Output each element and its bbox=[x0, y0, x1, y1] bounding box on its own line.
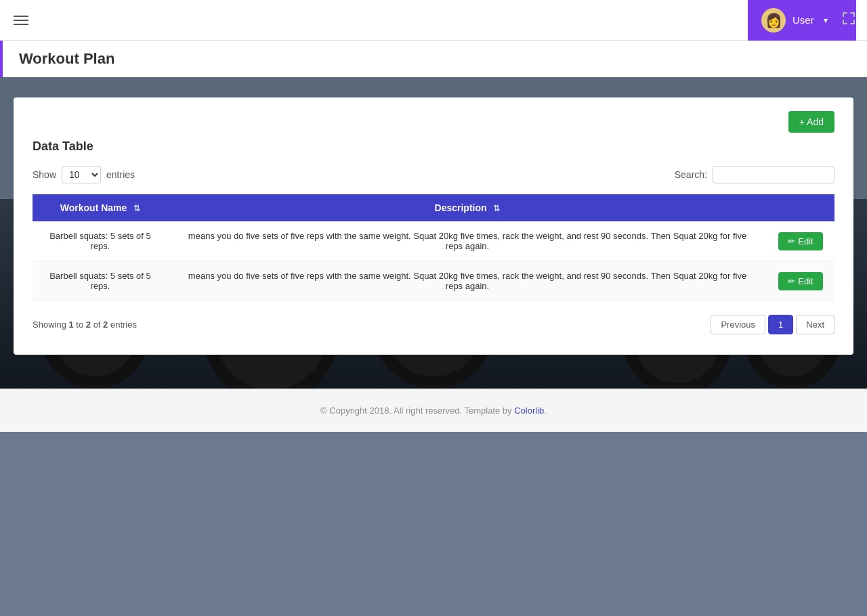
showing-from: 1 bbox=[68, 320, 73, 330]
add-button[interactable]: + Add bbox=[788, 111, 834, 133]
expand-icon[interactable] bbox=[841, 11, 856, 28]
show-entries: Show 10 25 50 100 entries bbox=[33, 166, 135, 183]
showing-suffix: entries bbox=[108, 320, 137, 330]
hamburger-menu-icon[interactable] bbox=[11, 13, 31, 28]
card-header: + Add bbox=[33, 111, 834, 133]
showing-connector-1: to bbox=[74, 320, 86, 330]
search-row: Search: bbox=[675, 166, 834, 183]
page-title: Workout Plan bbox=[19, 50, 114, 68]
card-title: Data Table bbox=[33, 139, 834, 154]
footer-dot: . bbox=[544, 405, 547, 416]
navbar-left bbox=[11, 13, 31, 28]
previous-button[interactable]: Previous bbox=[711, 315, 765, 334]
pagination-row: Showing 1 to 2 of 2 entries Previous 1 N… bbox=[33, 315, 834, 334]
show-label: Show bbox=[33, 169, 56, 180]
footer-colorlib-link[interactable]: Colorlib bbox=[514, 405, 544, 416]
table-row: Barbell squats: 5 sets of 5 reps. means … bbox=[33, 221, 834, 261]
page-1-button[interactable]: 1 bbox=[768, 315, 793, 334]
cell-description-1: means you do five sets of five reps with… bbox=[168, 261, 767, 301]
user-menu[interactable]: 👩 User ▾ bbox=[748, 0, 856, 41]
entries-select[interactable]: 10 25 50 100 bbox=[62, 166, 101, 183]
column-desc-label: Description bbox=[435, 202, 487, 213]
data-table: Workout Name ⇅ Description ⇅ Barbell squ… bbox=[33, 194, 834, 301]
footer-copyright: © Copyright 2018. All right reserved. Te… bbox=[320, 405, 514, 416]
showing-connector-2: of bbox=[91, 320, 103, 330]
cell-action-1: ✏ Edit bbox=[767, 261, 834, 301]
column-header-description[interactable]: Description ⇅ bbox=[168, 194, 767, 221]
navbar: 👩 User ▾ bbox=[0, 0, 867, 41]
cell-name-1: Barbell squats: 5 sets of 5 reps. bbox=[33, 261, 168, 301]
table-row: Barbell squats: 5 sets of 5 reps. means … bbox=[33, 261, 834, 301]
edit-icon-1: ✏ bbox=[788, 276, 795, 286]
cell-name-0: Barbell squats: 5 sets of 5 reps. bbox=[33, 221, 168, 261]
cell-action-0: ✏ Edit bbox=[767, 221, 834, 261]
page-title-bar: Workout Plan bbox=[0, 41, 867, 77]
column-name-label: Workout Name bbox=[60, 202, 127, 213]
showing-prefix: Showing bbox=[33, 320, 68, 330]
pagination-buttons: Previous 1 Next bbox=[711, 315, 834, 334]
search-input[interactable] bbox=[713, 166, 834, 183]
edit-button-0[interactable]: ✏ Edit bbox=[778, 232, 822, 250]
column-header-action bbox=[767, 194, 834, 221]
footer: © Copyright 2018. All right reserved. Te… bbox=[0, 389, 867, 432]
next-button[interactable]: Next bbox=[796, 315, 834, 334]
edit-icon-0: ✏ bbox=[788, 236, 795, 246]
table-header: Workout Name ⇅ Description ⇅ bbox=[33, 194, 834, 221]
controls-row: Show 10 25 50 100 entries Search: bbox=[33, 166, 834, 183]
cell-description-0: means you do five sets of five reps with… bbox=[168, 221, 767, 261]
data-card: + Add Data Table Show 10 25 50 100 entri… bbox=[14, 97, 853, 355]
showing-to: 2 bbox=[86, 320, 91, 330]
sort-icon-name: ⇅ bbox=[133, 204, 140, 213]
background-section: + Add Data Table Show 10 25 50 100 entri… bbox=[0, 77, 867, 389]
sort-icon-desc: ⇅ bbox=[493, 204, 500, 213]
chevron-down-icon: ▾ bbox=[824, 16, 828, 25]
edit-button-1[interactable]: ✏ Edit bbox=[778, 272, 822, 290]
user-name: User bbox=[792, 14, 814, 26]
entries-label: entries bbox=[106, 169, 135, 180]
showing-text: Showing 1 to 2 of 2 entries bbox=[33, 320, 137, 330]
navbar-right: 👩 User ▾ bbox=[748, 0, 856, 41]
table-body: Barbell squats: 5 sets of 5 reps. means … bbox=[33, 221, 834, 301]
avatar: 👩 bbox=[761, 8, 786, 32]
search-label: Search: bbox=[675, 169, 707, 180]
column-header-name[interactable]: Workout Name ⇅ bbox=[33, 194, 168, 221]
